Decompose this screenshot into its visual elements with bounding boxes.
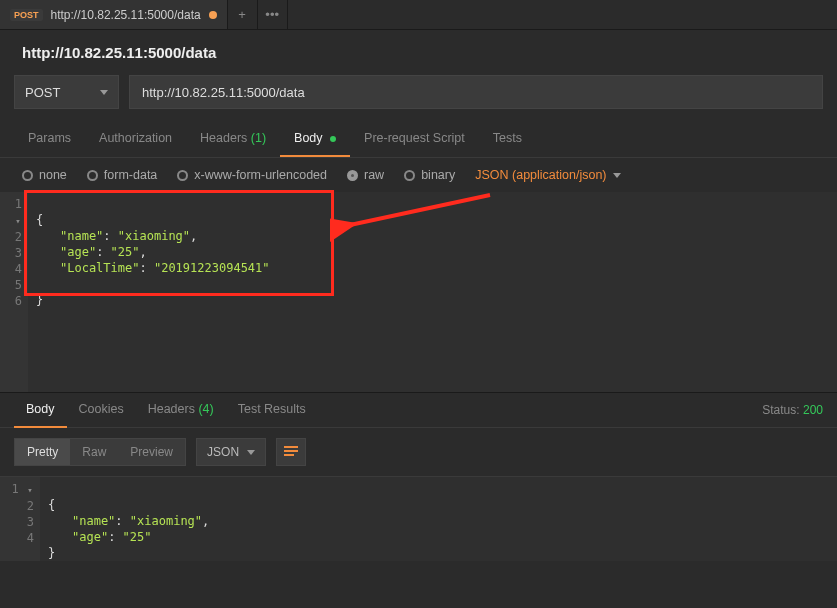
response-tabs: Body Cookies Headers (4) Test Results — [14, 392, 318, 428]
body-type-row: none form-data x-www-form-urlencoded raw… — [0, 158, 837, 192]
url-input[interactable] — [129, 75, 823, 109]
radio-none[interactable]: none — [22, 168, 67, 182]
headers-count-badge: (1) — [251, 131, 266, 145]
request-subtabs: Params Authorization Headers (1) Body Pr… — [0, 121, 837, 158]
resp-tab-body[interactable]: Body — [14, 392, 67, 428]
radio-form-data-label: form-data — [104, 168, 158, 182]
content-type-select[interactable]: JSON (application/json) — [475, 168, 620, 182]
tab-params[interactable]: Params — [14, 121, 85, 157]
wrap-lines-button[interactable] — [276, 438, 306, 466]
response-status: Status: 200 — [762, 403, 823, 417]
status-label: Status: — [762, 403, 799, 417]
method-select[interactable]: POST — [14, 75, 119, 109]
tab-body-label: Body — [294, 131, 323, 145]
tab-authorization[interactable]: Authorization — [85, 121, 186, 157]
tab-bar: POST http://10.82.25.11:5000/data + ••• — [0, 0, 837, 30]
unsaved-indicator-icon — [209, 11, 217, 19]
request-body-editor[interactable]: 1 ▾ 2 3 4 5 6 { "name": "xiaoming", "age… — [0, 192, 837, 392]
radio-none-label: none — [39, 168, 67, 182]
response-toolbar: Pretty Raw Preview JSON — [0, 428, 837, 476]
content-type-label: JSON (application/json) — [475, 168, 606, 182]
view-pretty-button[interactable]: Pretty — [15, 439, 70, 465]
radio-raw[interactable]: raw — [347, 168, 384, 182]
url-row: POST — [0, 75, 837, 121]
chevron-down-icon — [613, 173, 621, 178]
resp-headers-count-badge: (4) — [198, 402, 213, 416]
response-header: Body Cookies Headers (4) Test Results St… — [0, 392, 837, 428]
radio-x-www-form-urlencoded[interactable]: x-www-form-urlencoded — [177, 168, 327, 182]
resp-tab-headers[interactable]: Headers (4) — [136, 392, 226, 428]
response-format-label: JSON — [207, 445, 239, 459]
editor-code[interactable]: { "name": "xiaoming", "age": "25", "Loca… — [28, 192, 278, 392]
request-body-editor-wrap: 1 ▾ 2 3 4 5 6 { "name": "xiaoming", "age… — [0, 192, 837, 392]
new-tab-button[interactable]: + — [228, 0, 258, 29]
request-title: http://10.82.25.11:5000/data — [0, 30, 837, 75]
tab-title: http://10.82.25.11:5000/data — [51, 8, 201, 22]
tab-pre-request-script[interactable]: Pre-request Script — [350, 121, 479, 157]
tab-options-button[interactable]: ••• — [258, 0, 288, 29]
tab-body[interactable]: Body — [280, 121, 350, 157]
method-select-value: POST — [25, 85, 60, 100]
radio-raw-label: raw — [364, 168, 384, 182]
resp-tab-cookies[interactable]: Cookies — [67, 392, 136, 428]
wrap-lines-icon — [284, 446, 298, 458]
chevron-down-icon — [100, 90, 108, 95]
chevron-down-icon — [247, 450, 255, 455]
resp-tab-test-results[interactable]: Test Results — [226, 392, 318, 428]
view-mode-segmented: Pretty Raw Preview — [14, 438, 186, 466]
radio-form-data[interactable]: form-data — [87, 168, 158, 182]
tab-headers-label: Headers — [200, 131, 247, 145]
view-preview-button[interactable]: Preview — [118, 439, 185, 465]
tab-tests[interactable]: Tests — [479, 121, 536, 157]
status-value: 200 — [803, 403, 823, 417]
editor-gutter: 1 ▾ 2 3 4 5 6 — [0, 192, 28, 392]
tab-method-badge: POST — [10, 9, 43, 21]
radio-binary-label: binary — [421, 168, 455, 182]
request-tab[interactable]: POST http://10.82.25.11:5000/data — [0, 0, 228, 29]
resp-editor-code[interactable]: { "name": "xiaoming", "age": "25" } — [40, 477, 217, 561]
body-present-indicator-icon — [330, 136, 336, 142]
radio-binary[interactable]: binary — [404, 168, 455, 182]
resp-tab-headers-label: Headers — [148, 402, 195, 416]
radio-xform-label: x-www-form-urlencoded — [194, 168, 327, 182]
response-format-select[interactable]: JSON — [196, 438, 266, 466]
response-body-editor[interactable]: 1 ▾ 2 3 4 { "name": "xiaoming", "age": "… — [0, 476, 837, 561]
resp-editor-gutter: 1 ▾ 2 3 4 — [0, 477, 40, 561]
tab-headers[interactable]: Headers (1) — [186, 121, 280, 157]
view-raw-button[interactable]: Raw — [70, 439, 118, 465]
